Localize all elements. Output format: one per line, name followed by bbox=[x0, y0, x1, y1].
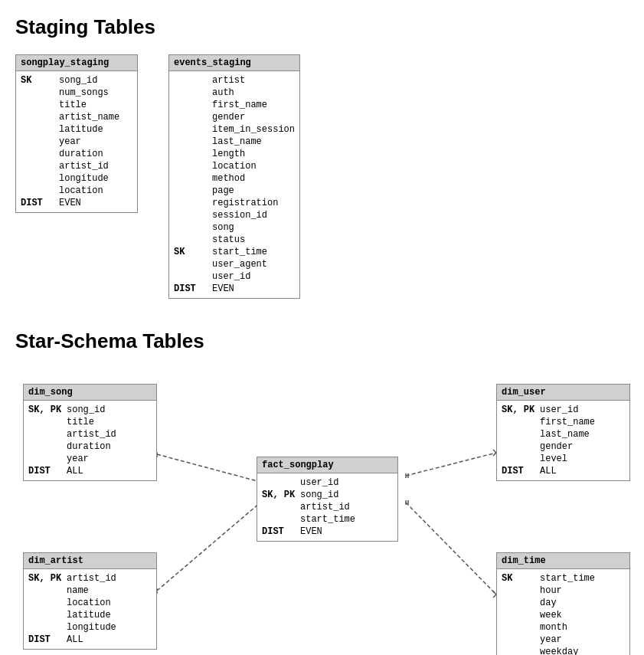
table-row: gender bbox=[497, 440, 629, 453]
table-row: year bbox=[16, 136, 137, 148]
svg-line-13 bbox=[406, 503, 496, 594]
table-row: weekday bbox=[497, 646, 629, 655]
table-row: method bbox=[169, 172, 299, 185]
dim-song-header: dim_song bbox=[24, 385, 156, 401]
dim-song-table: dim_song SK, PK song_id title artist_id … bbox=[23, 384, 157, 481]
table-row: DIST EVEN bbox=[16, 197, 137, 209]
table-row: title bbox=[24, 416, 156, 428]
table-row: duration bbox=[16, 148, 137, 160]
dim-song-body: SK, PK song_id title artist_id duration … bbox=[24, 401, 156, 480]
table-row: item_in_session bbox=[169, 123, 299, 136]
svg-line-4 bbox=[157, 503, 260, 591]
dim-artist-header: dim_artist bbox=[24, 553, 156, 569]
table-row: level bbox=[497, 453, 629, 465]
dim-time-table: dim_time SK start_time hour day week mon… bbox=[496, 552, 630, 655]
fact-songplay-header: fact_songplay bbox=[257, 457, 397, 473]
table-row: user_agent bbox=[169, 258, 299, 270]
table-row: page bbox=[169, 185, 299, 197]
events-staging-header: events_staging bbox=[169, 55, 299, 71]
table-row: last_name bbox=[497, 428, 629, 440]
table-row: DIST EVEN bbox=[257, 526, 397, 538]
dim-artist-table: dim_artist SK, PK artist_id name locatio… bbox=[23, 552, 157, 650]
table-row: status bbox=[169, 234, 299, 246]
dim-user-table: dim_user SK, PK user_id first_name last_… bbox=[496, 384, 630, 481]
table-row: SK, PK user_id bbox=[497, 404, 629, 416]
table-row: week bbox=[497, 609, 629, 621]
table-row: artist bbox=[169, 74, 299, 87]
table-row: artist_name bbox=[16, 111, 137, 123]
table-row: SK, PK song_id bbox=[257, 489, 397, 501]
staging-section: Staging Tables songplay_staging SK song_… bbox=[15, 15, 629, 299]
table-row: year bbox=[497, 634, 629, 646]
songplay-staging-table: songplay_staging SK song_id num_songs ti… bbox=[15, 54, 138, 213]
table-row: hour bbox=[497, 585, 629, 597]
table-row: session_id bbox=[169, 209, 299, 221]
star-schema-section: Star-Schema Tables bbox=[15, 329, 629, 655]
fact-songplay-body: user_id SK, PK song_id artist_id start_t… bbox=[257, 473, 397, 541]
table-row: SK, PK song_id bbox=[24, 404, 156, 416]
star-schema-container: dim_song SK, PK song_id title artist_id … bbox=[15, 368, 636, 655]
table-row: location bbox=[16, 185, 137, 197]
staging-title: Staging Tables bbox=[15, 15, 629, 39]
table-row: song bbox=[169, 221, 299, 234]
table-row: artist_id bbox=[16, 160, 137, 172]
fact-songplay-table: fact_songplay user_id SK, PK song_id art… bbox=[257, 457, 398, 542]
table-row: latitude bbox=[24, 609, 156, 621]
table-row: day bbox=[497, 597, 629, 609]
table-row: user_id bbox=[257, 477, 397, 489]
table-row: year bbox=[24, 453, 156, 465]
table-row: duration bbox=[24, 440, 156, 453]
table-row: title bbox=[16, 99, 137, 111]
svg-line-8 bbox=[406, 453, 496, 476]
dim-artist-body: SK, PK artist_id name location latitude … bbox=[24, 569, 156, 649]
events-staging-table: events_staging artist auth first_name ge… bbox=[168, 54, 300, 299]
table-row: user_id bbox=[169, 270, 299, 283]
table-row: last_name bbox=[169, 136, 299, 148]
table-row: SK song_id bbox=[16, 74, 137, 87]
table-row: SK start_time bbox=[497, 572, 629, 585]
events-staging-body: artist auth first_name gender item_in_se… bbox=[169, 71, 299, 298]
songplay-staging-header: songplay_staging bbox=[16, 55, 137, 71]
dim-time-body: SK start_time hour day week month year bbox=[497, 569, 629, 655]
table-row: SK start_time bbox=[169, 246, 299, 258]
dim-time-header: dim_time bbox=[497, 553, 629, 569]
table-row: SK, PK artist_id bbox=[24, 572, 156, 585]
table-row: latitude bbox=[16, 123, 137, 136]
table-row: artist_id bbox=[24, 428, 156, 440]
table-row: longitude bbox=[16, 172, 137, 185]
dim-user-header: dim_user bbox=[497, 385, 629, 401]
table-row: first_name bbox=[169, 99, 299, 111]
table-row: gender bbox=[169, 111, 299, 123]
table-row: DIST EVEN bbox=[169, 283, 299, 295]
table-row: DIST ALL bbox=[24, 634, 156, 646]
table-row: location bbox=[169, 160, 299, 172]
dim-user-body: SK, PK user_id first_name last_name gend… bbox=[497, 401, 629, 480]
table-row: DIST ALL bbox=[497, 465, 629, 477]
table-row: name bbox=[24, 585, 156, 597]
staging-tables-row: songplay_staging SK song_id num_songs ti… bbox=[15, 54, 629, 299]
svg-line-0 bbox=[157, 454, 260, 482]
table-row: length bbox=[169, 148, 299, 160]
table-row: DIST ALL bbox=[24, 465, 156, 477]
songplay-staging-body: SK song_id num_songs title artist_name l… bbox=[16, 71, 137, 212]
table-row: location bbox=[24, 597, 156, 609]
table-row: first_name bbox=[497, 416, 629, 428]
table-row: longitude bbox=[24, 621, 156, 634]
table-row: registration bbox=[169, 197, 299, 209]
table-row: num_songs bbox=[16, 87, 137, 99]
star-schema-title: Star-Schema Tables bbox=[15, 329, 629, 353]
table-row: start_time bbox=[257, 513, 397, 526]
table-row: artist_id bbox=[257, 501, 397, 513]
table-row: month bbox=[497, 621, 629, 634]
table-row: auth bbox=[169, 87, 299, 99]
